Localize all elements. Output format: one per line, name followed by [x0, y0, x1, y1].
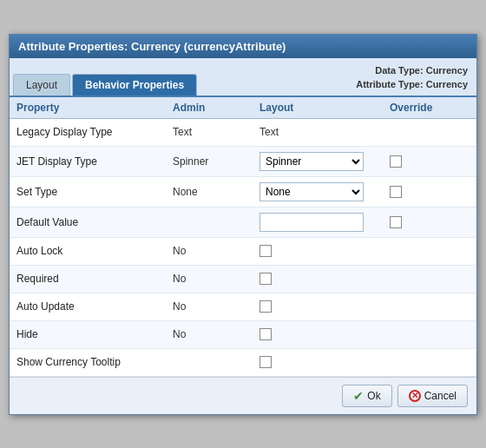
admin-auto-update: No: [173, 300, 259, 313]
layout-show-currency: [259, 356, 390, 368]
default-value-input[interactable]: [259, 213, 364, 232]
jet-display-select[interactable]: Spinner Text Dropdown: [259, 152, 364, 171]
override-default-checkbox[interactable]: [390, 216, 402, 228]
property-auto-lock: Auto Lock: [16, 245, 173, 257]
property-set-type: Set Type: [16, 186, 173, 198]
table-body: Legacy Display Type Text Text JET Displa…: [10, 119, 476, 377]
override-default: [390, 216, 459, 228]
admin-jet: Spinner: [173, 155, 259, 168]
tabs-bar: Layout Behavior Properties Data Type: Cu…: [10, 58, 476, 97]
table-row: Hide No: [10, 321, 476, 349]
attribute-properties-dialog: Attribute Properties: Currency (currency…: [9, 34, 477, 415]
col-override: Override: [390, 102, 459, 114]
cancel-label: Cancel: [424, 390, 456, 402]
table-row: Default Value: [10, 208, 476, 238]
tab-layout[interactable]: Layout: [13, 74, 70, 96]
property-jet-display: JET Display Type: [16, 155, 173, 168]
override-jet: [390, 155, 459, 168]
data-type-info: Data Type: Currency Attribute Type: Curr…: [356, 62, 473, 96]
layout-auto-lock: [259, 245, 390, 257]
set-type-select[interactable]: None Set Multi: [259, 182, 364, 201]
table-row: Auto Lock No: [10, 238, 476, 266]
required-checkbox[interactable]: [259, 273, 272, 285]
override-set-type-checkbox[interactable]: [390, 186, 402, 198]
property-required: Required: [16, 273, 173, 285]
admin-legacy: Text: [173, 126, 259, 138]
dialog-footer: ✔ Ok ✕ Cancel: [10, 377, 476, 414]
admin-required: No: [173, 273, 259, 285]
table-row: Set Type None None Set Multi: [10, 177, 476, 208]
table-row: JET Display Type Spinner Spinner Text Dr…: [10, 147, 476, 177]
cancel-button[interactable]: ✕ Cancel: [397, 385, 468, 407]
show-currency-tooltip-checkbox[interactable]: [259, 356, 272, 368]
col-property: Property: [16, 102, 173, 114]
layout-jet: Spinner Text Dropdown: [259, 152, 390, 171]
override-set-type: [390, 186, 459, 198]
table-header: Property Admin Layout Override: [10, 97, 476, 119]
admin-set-type: None: [173, 186, 259, 198]
property-show-currency-tooltip: Show Currency Tooltip: [16, 356, 173, 368]
tabs-left: Layout Behavior Properties: [13, 74, 197, 96]
tab-behavior[interactable]: Behavior Properties: [72, 74, 197, 96]
cancel-icon: ✕: [409, 390, 421, 402]
auto-update-checkbox[interactable]: [259, 300, 272, 313]
property-auto-update: Auto Update: [16, 300, 173, 313]
dialog-title: Attribute Properties: Currency (currency…: [10, 35, 476, 58]
auto-lock-checkbox[interactable]: [259, 245, 272, 257]
admin-hide: No: [173, 328, 259, 340]
property-default-value: Default Value: [16, 216, 173, 228]
layout-hide: [259, 328, 390, 340]
col-layout: Layout: [259, 102, 390, 114]
ok-label: Ok: [367, 390, 380, 402]
col-admin: Admin: [173, 102, 259, 114]
hide-checkbox[interactable]: [259, 328, 272, 340]
table-row: Auto Update No: [10, 293, 476, 321]
property-legacy-display-type: Legacy Display Type: [16, 126, 173, 138]
property-hide: Hide: [16, 328, 173, 340]
ok-button[interactable]: ✔ Ok: [342, 385, 391, 407]
layout-default: [259, 213, 390, 232]
admin-auto-lock: No: [173, 245, 259, 257]
table-row: Show Currency Tooltip: [10, 349, 476, 377]
layout-set-type: None Set Multi: [259, 182, 390, 201]
ok-icon: ✔: [353, 389, 364, 403]
layout-legacy: Text: [259, 126, 390, 138]
layout-auto-update: [259, 300, 390, 313]
table-row: Legacy Display Type Text Text: [10, 119, 476, 147]
layout-required: [259, 273, 390, 285]
override-jet-checkbox[interactable]: [390, 155, 402, 168]
table-row: Required No: [10, 266, 476, 293]
dialog-title-text: Attribute Properties: Currency (currency…: [18, 40, 286, 53]
